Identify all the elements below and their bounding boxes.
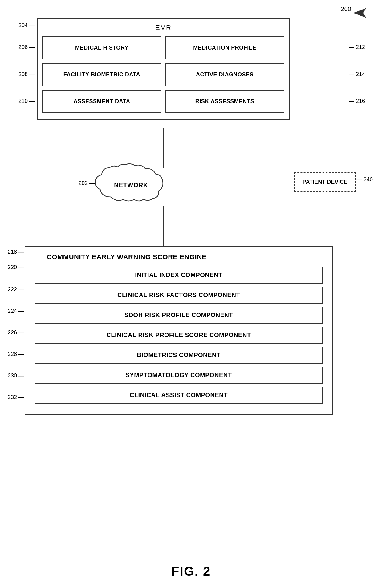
figure-caption: FIG. 2 (0, 564, 382, 579)
cews-engine-box: COMMUNITY EARLY WARNING SCORE ENGINE INI… (25, 246, 333, 415)
emr-cell-risk-assessments: RISK ASSESSMENTS (165, 90, 284, 113)
figure-ref-200 (351, 7, 369, 20)
emr-cell-assessment-data: ASSESSMENT DATA (42, 90, 161, 113)
ref-226: 226 — (8, 329, 24, 336)
ref-210: 210 — (18, 98, 35, 104)
emr-grid: MEDICAL HISTORY MEDICATION PROFILE FACIL… (42, 36, 284, 113)
ref-208: 208 — (18, 71, 35, 78)
cews-component-clinical-risk-factors: CLINICAL RISK FACTORS COMPONENT (35, 287, 323, 304)
connector-network-to-cews (163, 206, 164, 246)
ref-212: — 212 (349, 44, 365, 50)
cews-title: COMMUNITY EARLY WARNING SCORE ENGINE (47, 253, 323, 261)
emr-cell-medication-profile: MEDICATION PROFILE (165, 36, 284, 59)
patient-device-box: PATIENT DEVICE (294, 172, 356, 192)
connector-emr-to-network (163, 128, 164, 168)
ref-224: 224 — (8, 308, 24, 314)
emr-cell-active-diagnoses: ACTIVE DIAGNOSES (165, 63, 284, 86)
connector-cloud-to-patient (216, 185, 264, 185)
emr-box: EMR MEDICAL HISTORY MEDICATION PROFILE F… (37, 18, 290, 120)
ref-216: — 216 (349, 98, 365, 104)
cews-component-biometrics: BIOMETRICS COMPONENT (35, 347, 323, 364)
ref-214: — 214 (349, 71, 365, 78)
ref-204: 204 — (18, 22, 35, 29)
diagram-container: 200 204 — 206 — 208 — 210 — — 212 — 214 … (0, 0, 382, 588)
ref-230: 230 — (8, 373, 24, 379)
ref-220: 220 — (8, 264, 24, 271)
emr-label: EMR (42, 24, 284, 32)
cews-component-sdoh-risk-profile: SDOH RISK PROFILE COMPONENT (35, 307, 323, 324)
emr-cell-medical-history: MEDICAL HISTORY (42, 36, 161, 59)
cews-component-clinical-risk-profile-score: CLINICAL RISK PROFILE SCORE COMPONENT (35, 327, 323, 344)
emr-cell-facility-biometric: FACILITY BIOMETRIC DATA (42, 63, 161, 86)
network-label: NETWORK (107, 182, 155, 189)
cews-component-clinical-assist: CLINICAL ASSIST COMPONENT (35, 387, 323, 404)
ref-232: 232 — (8, 394, 24, 401)
figure-number: 200 (341, 6, 351, 13)
svg-marker-0 (354, 8, 366, 18)
ref-228: 228 — (8, 351, 24, 357)
ref-222: 222 — (8, 286, 24, 293)
ref-240: — 240 (356, 176, 373, 183)
cews-component-symptomatology: SYMPTOMATOLOGY COMPONENT (35, 367, 323, 384)
ref-218: 218 — (8, 249, 24, 255)
ref-206: 206 — (18, 44, 35, 50)
cews-component-initial-index: INITIAL INDEX COMPONENT (35, 267, 323, 284)
